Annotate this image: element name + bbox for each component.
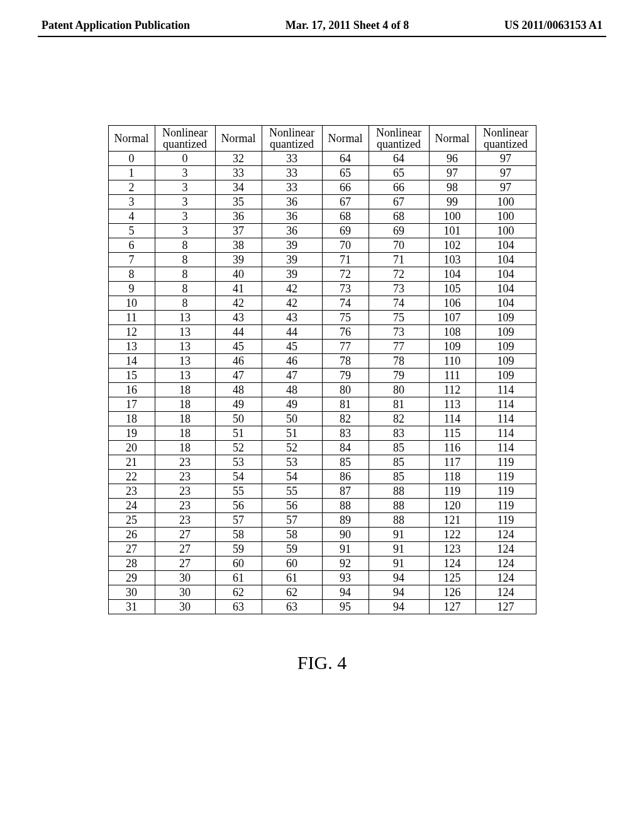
cell: 8: [108, 267, 155, 282]
cell: 70: [322, 238, 369, 253]
cell: 36: [262, 209, 322, 224]
table-head: Normal Nonlinearquantized Normal Nonline…: [108, 126, 536, 152]
cell: 12: [108, 325, 155, 340]
cell: 13: [155, 354, 215, 368]
cell: 88: [369, 484, 429, 499]
cell: 104: [429, 267, 475, 282]
table-row: 181850508282114114: [108, 412, 536, 426]
cell: 82: [369, 412, 429, 426]
cell: 15: [108, 368, 155, 383]
cell: 95: [322, 600, 369, 614]
cell: 104: [475, 282, 536, 296]
cell: 120: [429, 499, 475, 513]
table-row: 282760609291124124: [108, 556, 536, 571]
cell: 36: [262, 195, 322, 209]
header-center: Mar. 17, 2011 Sheet 4 of 8: [286, 19, 409, 32]
cell: 69: [322, 224, 369, 238]
cell: 94: [322, 585, 369, 600]
cell: 40: [215, 267, 262, 282]
cell: 83: [369, 426, 429, 441]
cell: 119: [475, 484, 536, 499]
cell: 23: [108, 484, 155, 499]
cell: 13: [155, 311, 215, 325]
page: Patent Application Publication Mar. 17, …: [0, 0, 644, 830]
cell: 68: [369, 209, 429, 224]
cell: 3: [155, 224, 215, 238]
table-row: 141346467878110109: [108, 354, 536, 368]
cell: 10: [108, 296, 155, 311]
cell: 127: [475, 600, 536, 614]
cell: 23: [155, 513, 215, 528]
cell: 21: [108, 455, 155, 470]
cell: 100: [475, 224, 536, 238]
cell: 36: [262, 224, 322, 238]
table-row: 303062629494126124: [108, 585, 536, 600]
cell: 30: [108, 585, 155, 600]
cell: 49: [262, 397, 322, 412]
cell: 91: [369, 528, 429, 542]
col-normal-3: Normal: [322, 126, 369, 152]
cell: 94: [369, 585, 429, 600]
cell: 75: [369, 311, 429, 325]
cell: 42: [262, 282, 322, 296]
cell: 99: [429, 195, 475, 209]
cell: 94: [369, 600, 429, 614]
cell: 104: [475, 253, 536, 267]
cell: 22: [108, 470, 155, 484]
cell: 65: [322, 166, 369, 180]
cell: 119: [475, 499, 536, 513]
cell: 114: [475, 397, 536, 412]
cell: 13: [108, 340, 155, 354]
cell: 88: [369, 499, 429, 513]
table-row: 252357578988121119: [108, 513, 536, 528]
cell: 96: [429, 152, 475, 166]
table-row: 131345457777109109: [108, 340, 536, 354]
table-row: 4336366868100100: [108, 209, 536, 224]
cell: 62: [215, 585, 262, 600]
table-row: 293061619394125124: [108, 571, 536, 585]
cell: 58: [262, 528, 322, 542]
cell: 18: [155, 426, 215, 441]
cell: 31: [108, 600, 155, 614]
table-row: 313063639594127127: [108, 600, 536, 614]
cell: 3: [155, 166, 215, 180]
cell: 56: [215, 499, 262, 513]
cell: 124: [475, 556, 536, 571]
cell: 8: [155, 238, 215, 253]
cell: 117: [429, 455, 475, 470]
table-row: 151347477979111109: [108, 368, 536, 383]
cell: 100: [475, 195, 536, 209]
cell: 115: [429, 426, 475, 441]
cell: 76: [322, 325, 369, 340]
cell: 119: [475, 455, 536, 470]
cell: 24: [108, 499, 155, 513]
cell: 110: [429, 354, 475, 368]
cell: 109: [429, 340, 475, 354]
cell: 43: [215, 311, 262, 325]
col-normal-1: Normal: [108, 126, 155, 152]
cell: 28: [108, 556, 155, 571]
cell: 124: [475, 571, 536, 585]
cell: 112: [429, 383, 475, 397]
cell: 109: [475, 311, 536, 325]
cell: 123: [429, 542, 475, 556]
cell: 3: [155, 209, 215, 224]
table-row: 232355558788119119: [108, 484, 536, 499]
cell: 81: [369, 397, 429, 412]
cell: 61: [215, 571, 262, 585]
cell: 33: [262, 166, 322, 180]
cell: 27: [108, 542, 155, 556]
page-header: Patent Application Publication Mar. 17, …: [38, 19, 606, 37]
cell: 71: [369, 253, 429, 267]
cell: 39: [262, 238, 322, 253]
cell: 33: [215, 166, 262, 180]
cell: 97: [475, 166, 536, 180]
cell: 67: [369, 195, 429, 209]
cell: 3: [155, 180, 215, 195]
cell: 104: [475, 238, 536, 253]
cell: 119: [475, 513, 536, 528]
cell: 79: [369, 368, 429, 383]
cell: 118: [429, 470, 475, 484]
cell: 114: [475, 383, 536, 397]
cell: 122: [429, 528, 475, 542]
